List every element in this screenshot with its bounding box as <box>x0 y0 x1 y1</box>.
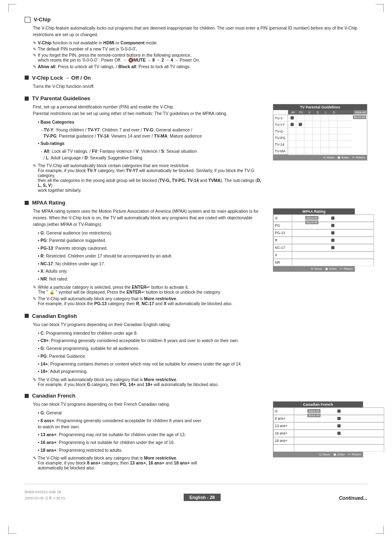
tv-cell-5-3 <box>304 141 313 147</box>
mpaa-footer-bar: ⊙ Move ▣ Enter ↩ Return <box>273 266 355 271</box>
note-3: If you forget the PIN, press the remote-… <box>33 53 367 63</box>
canadian-english-title: Canadian English <box>25 313 367 319</box>
continued-label: Continued... <box>339 495 367 501</box>
tv-cell-2-5 <box>321 121 329 127</box>
tv-cell-1-1 <box>288 115 296 121</box>
tv-header-row: All FV V S L D <box>288 110 354 115</box>
tv-cell-4-2 <box>296 134 304 140</box>
mpaa-widget: MPAA Rating G PG PG-13 R NC-17 X NR <box>273 208 355 272</box>
tv-grid-row-4 <box>288 134 352 141</box>
tv-grid-row-5 <box>288 141 352 147</box>
ce-c8: • C8+: Programming generally considered … <box>38 338 367 344</box>
tv-parental-text: First, set up a personal identification … <box>33 104 265 194</box>
cf-text: You can block TV programs depending on t… <box>33 401 265 471</box>
mpaa-block-all[interactable]: Block All <box>305 221 318 224</box>
tv-cell-3-4 <box>313 128 321 134</box>
mpaa-action-buttons: Allow All Block All <box>304 214 320 266</box>
note-1: V-Chip function is not available in HDMI… <box>33 40 367 45</box>
cf-footer-enter: ▣ Enter <box>333 453 345 456</box>
tv-cell-2-3 <box>304 121 313 127</box>
square-icon-5 <box>25 394 29 398</box>
tv-cell-2-1 <box>288 121 296 127</box>
cf-action-buttons: Allow All Block All <box>306 407 322 452</box>
allow-all-header[interactable]: Allow All <box>354 110 367 115</box>
tv-cell-1-5 <box>321 115 329 121</box>
tv-action-buttons: Block All <box>352 115 367 155</box>
vchip-lock-title: V-Chip Lock → Off / On <box>25 75 367 81</box>
mpaa-pg: • PG: Parental guidance suggested. <box>38 237 265 244</box>
ce-18: • 18+: Adult programming. <box>38 368 367 375</box>
tv-guideline-title: TV Parental Guidelines <box>273 104 367 110</box>
mpaa-box-title: MPAA Rating <box>273 209 355 214</box>
base-cat-detail: - TV-Y: Young children / TV-Y7: Children… <box>41 127 265 140</box>
footer-move: ⊙ Move <box>323 156 334 159</box>
tv-cell-3-2 <box>296 128 304 134</box>
tv-row-tvma: TV-MA <box>274 148 288 154</box>
date-info: 2009-03-06 오후 1:35:01 <box>25 496 65 501</box>
cf-allow-all[interactable]: Allow All <box>307 409 321 413</box>
ce-14: • 14+: Programming contains themes or co… <box>38 361 367 368</box>
mpaa-row-labels: G PG PG-13 R NC-17 X NR <box>273 214 292 266</box>
vchip-body: The V-Chip feature automatically locks o… <box>33 25 367 69</box>
canadian-french-body: You can block TV programs depending on t… <box>33 401 367 471</box>
tv-parental-section: TV Parental Guidelines First, set up a p… <box>25 95 367 194</box>
canadian-english-body: You can block TV programs depending on t… <box>33 322 367 387</box>
mpaa-section: MPAA Rating The MPAA rating system uses … <box>25 200 367 307</box>
page: V-Chip The V-Chip feature automatically … <box>0 0 392 538</box>
vchip-section: V-Chip The V-Chip feature automatically … <box>25 16 367 69</box>
mpaa-nc17: • NC-17: No children under age 17. <box>38 261 265 267</box>
note-icon-cf <box>33 456 36 460</box>
note-icon-mpaa-1 <box>33 285 36 290</box>
tv-grid-row-3 <box>288 128 352 134</box>
mpaa-nr: • NR: Not rated. <box>38 276 265 283</box>
square-icon-2 <box>25 97 29 101</box>
mpaa-allow-all[interactable]: Allow All <box>305 216 318 220</box>
cf-16ans: • 16 ans+: Programming is not suitable f… <box>38 439 265 446</box>
square-icon-1 <box>25 76 29 80</box>
checkbox-icon <box>25 17 30 23</box>
note-icon-3 <box>33 53 36 57</box>
tv-row-tv14: TV-14 <box>274 141 288 148</box>
ce-c: • C: Programming intended for children u… <box>38 330 367 337</box>
tv-cell-1-6 <box>329 115 337 121</box>
tv-cell-3-3 <box>304 128 313 134</box>
cf-block-all[interactable]: Block All <box>307 414 321 417</box>
canadian-english-section: Canadian English You can block TV progra… <box>25 313 367 387</box>
tv-grid <box>288 115 352 155</box>
file-info: BN68-02025A.indb 28 <box>25 490 61 494</box>
tv-parental-note: The TV-Chip will automatically block cer… <box>33 163 265 193</box>
tv-footer-bar: ⊙ Move ▣ Enter ↩ Return <box>273 155 367 160</box>
mpaa-pg13: • PG-13: Parents strongly cautioned. <box>38 245 265 252</box>
tv-cell-2-6 <box>329 121 337 127</box>
tv-row-tvy: TV-Y <box>274 115 288 122</box>
tv-grid-row-2 <box>288 121 352 128</box>
mpaa-x: • X: Adults only. <box>38 268 265 275</box>
vchip-lock-body: Turns the V-Chip function on/off. <box>33 83 367 90</box>
tv-cell-6-1 <box>288 147 296 154</box>
cf-g: • G: General <box>38 410 265 416</box>
block-all-button[interactable]: Block All <box>353 115 366 119</box>
mpaa-r: • R: Restricted. Children under 17 shoul… <box>38 253 265 260</box>
mpaa-g: • G: General audience (no restrictions). <box>38 230 265 237</box>
mpaa-box-col: MPAA Rating G PG PG-13 R NC-17 X NR <box>273 208 367 272</box>
tv-parental-box: TV Parental Guidelines All FV V S L D <box>273 104 367 161</box>
tv-cell-4-6 <box>329 134 337 140</box>
tv-cell-4-4 <box>313 134 321 140</box>
note-icon-4 <box>33 64 36 69</box>
tv-guideline-widget: TV Parental Guidelines All FV V S L D <box>273 104 367 161</box>
tv-cell-4-5 <box>321 134 329 140</box>
tv-cell-2-4 <box>313 121 321 127</box>
cf-13ans: • 13 ans+: Programming may not be suitab… <box>38 432 265 438</box>
tv-cell-3-5 <box>321 128 329 134</box>
note-4: Allow all: Press to unlock all TV rating… <box>33 64 367 69</box>
cf-widget: Canadian French G 8 ans+ 13 ans+ 16 ans+… <box>273 401 363 458</box>
cf-box-col: Canadian French G 8 ans+ 13 ans+ 16 ans+… <box>273 401 367 458</box>
footer-return: ↩ Return <box>352 156 365 159</box>
footer-left: BN68-02025A.indb 28 2009-03-06 오후 1:35:0… <box>25 488 65 501</box>
tv-cell-6-3 <box>304 147 313 154</box>
tv-cell-4-1 <box>288 134 296 140</box>
tv-cell-3-1 <box>288 128 296 134</box>
tv-parental-title: TV Parental Guidelines <box>25 95 367 101</box>
tv-grid-row-1 <box>288 115 352 121</box>
canadian-french-section: Canadian French You can block TV program… <box>25 393 367 471</box>
